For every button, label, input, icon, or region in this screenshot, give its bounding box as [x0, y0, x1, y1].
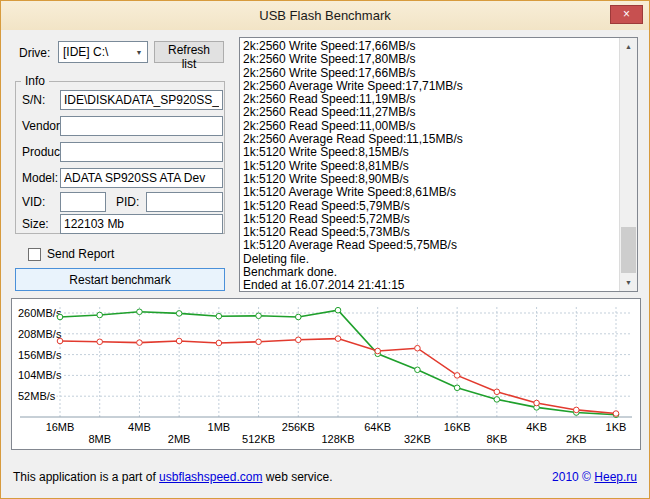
log-line: 1k:5120 Average Write Speed:8,61MB/s — [243, 186, 618, 199]
y-tick-label: 52MB/s — [18, 390, 56, 402]
write-data-point — [573, 407, 579, 413]
read-data-point — [176, 311, 182, 317]
chevron-down-icon: ▼ — [131, 49, 147, 56]
x-tick-label: 32KB — [404, 433, 431, 445]
log-line: 2k:2560 Average Write Speed:17,71MB/s — [243, 80, 618, 93]
x-tick-label: 4MB — [128, 421, 151, 433]
benchmark-chart-svg: 52MB/s104MB/s156MB/s208MB/s260MB/s16MB8M… — [12, 299, 640, 449]
footer-text: This application is a part of usbflashsp… — [13, 470, 333, 484]
write-data-point — [415, 345, 421, 351]
log-line: 1k:5120 Read Speed:5,73MB/s — [243, 226, 618, 239]
scroll-down-icon[interactable]: ▼ — [620, 274, 637, 291]
scrollbar-thumb[interactable] — [621, 227, 636, 273]
pid-field[interactable] — [146, 192, 223, 212]
log-line: 2k:2560 Write Speed:17,66MB/s — [243, 67, 618, 80]
read-data-point — [415, 367, 421, 373]
read-data-point — [335, 307, 341, 313]
log-line: 2k:2560 Read Speed:11,27MB/s — [243, 106, 618, 119]
log-line: Ended at 16.07.2014 21:41:15 — [243, 279, 618, 289]
sn-field[interactable] — [60, 90, 223, 110]
x-tick-label: 8MB — [88, 433, 111, 445]
write-data-point — [494, 389, 500, 395]
model-label: Model: — [22, 171, 58, 185]
size-field[interactable] — [60, 214, 223, 234]
footer-prefix: This application is a part of — [13, 470, 159, 484]
log-line: 2k:2560 Write Speed:17,66MB/s — [243, 40, 618, 53]
app-window: USB Flash Benchmark × Drive: [IDE] C:\ ▼… — [0, 0, 650, 499]
vendor-field[interactable] — [60, 116, 223, 136]
read-data-point — [57, 314, 63, 320]
y-tick-label: 208MB/s — [18, 328, 62, 340]
benchmark-chart: 52MB/s104MB/s156MB/s208MB/s260MB/s16MB8M… — [11, 298, 641, 450]
write-data-point — [375, 348, 381, 354]
log-line: 1k:5120 Write Speed:8,90MB/s — [243, 173, 618, 186]
log-line: 2k:2560 Read Speed:11,19MB/s — [243, 93, 618, 106]
x-tick-label: 8KB — [486, 433, 507, 445]
close-icon: × — [623, 7, 630, 21]
vid-label: VID: — [22, 195, 45, 209]
write-data-point — [613, 411, 619, 417]
pid-label: PID: — [116, 195, 139, 209]
write-data-point — [137, 340, 143, 346]
vid-field[interactable] — [60, 192, 106, 212]
info-groupbox: Info S/N: Vendor: Product: Model: VID: P… — [15, 81, 225, 234]
log-line: 2k:2560 Read Speed:11,00MB/s — [243, 120, 618, 133]
x-tick-label: 2KB — [566, 433, 587, 445]
log-line: 1k:5120 Read Speed:5,79MB/s — [243, 200, 618, 213]
log-line: Benchmark done. — [243, 266, 618, 279]
drive-select-value: [IDE] C:\ — [59, 45, 131, 59]
x-tick-label: 128KB — [321, 433, 354, 445]
vendor-label: Vendor: — [22, 119, 63, 133]
x-tick-label: 512KB — [242, 433, 275, 445]
info-group-title: Info — [21, 74, 49, 88]
model-field[interactable] — [60, 168, 223, 188]
read-data-point — [137, 309, 143, 315]
close-button[interactable]: × — [610, 5, 643, 24]
read-data-point — [454, 385, 460, 391]
x-tick-label: 1KB — [606, 421, 627, 433]
log-line: 1k:5120 Average Read Speed:5,75MB/s — [243, 239, 618, 252]
sn-label: S/N: — [22, 93, 45, 107]
write-data-point — [295, 337, 301, 343]
refresh-list-button[interactable]: Refresh list — [154, 41, 224, 63]
send-report-label: Send Report — [47, 247, 114, 261]
read-data-point — [494, 397, 500, 403]
footer-credit: 2010 © Heep.ru — [552, 470, 637, 484]
log-line: 1k:5120 Read Speed:5,72MB/s — [243, 213, 618, 226]
window-title: USB Flash Benchmark — [1, 8, 649, 23]
product-field[interactable] — [60, 142, 223, 162]
y-tick-label: 260MB/s — [18, 307, 62, 319]
log-line: 1k:5120 Write Speed:8,15MB/s — [243, 146, 618, 159]
x-tick-label: 64KB — [364, 421, 391, 433]
scroll-up-icon[interactable]: ▲ — [620, 38, 637, 55]
log-panel: 2k:2560 Write Speed:17,66MB/s2k:2560 Wri… — [239, 37, 638, 292]
log-line: 1k:5120 Write Speed:8,81MB/s — [243, 160, 618, 173]
titlebar: USB Flash Benchmark × — [1, 1, 649, 30]
credit-prefix: 2010 © — [552, 470, 594, 484]
usbflashspeed-link[interactable]: usbflashspeed.com — [159, 470, 262, 484]
write-data-point — [256, 339, 262, 345]
y-tick-label: 156MB/s — [18, 349, 62, 361]
log-line: 2k:2560 Write Speed:17,80MB/s — [243, 53, 618, 66]
write-data-point — [335, 336, 341, 342]
y-tick-label: 104MB/s — [18, 369, 62, 381]
x-tick-label: 2MB — [168, 433, 191, 445]
x-tick-label: 1MB — [208, 421, 231, 433]
log-output: 2k:2560 Write Speed:17,66MB/s2k:2560 Wri… — [243, 40, 618, 289]
read-data-point — [97, 312, 103, 318]
write-data-point — [534, 400, 540, 406]
drive-label: Drive: — [19, 46, 50, 60]
log-line: 2k:2560 Average Read Speed:11,15MB/s — [243, 133, 618, 146]
restart-benchmark-button[interactable]: Restart benchmark — [15, 268, 225, 291]
send-report-checkbox[interactable] — [28, 248, 41, 261]
footer-suffix: web service. — [262, 470, 332, 484]
drive-select[interactable]: [IDE] C:\ ▼ — [58, 41, 148, 63]
write-data-point — [454, 373, 460, 379]
x-tick-label: 16KB — [444, 421, 471, 433]
heep-link[interactable]: Heep.ru — [594, 470, 637, 484]
x-tick-label: 256KB — [282, 421, 315, 433]
write-data-point — [176, 338, 182, 344]
log-scrollbar[interactable]: ▲ ▼ — [619, 38, 637, 291]
x-tick-label: 16MB — [46, 421, 75, 433]
read-data-point — [216, 313, 222, 319]
